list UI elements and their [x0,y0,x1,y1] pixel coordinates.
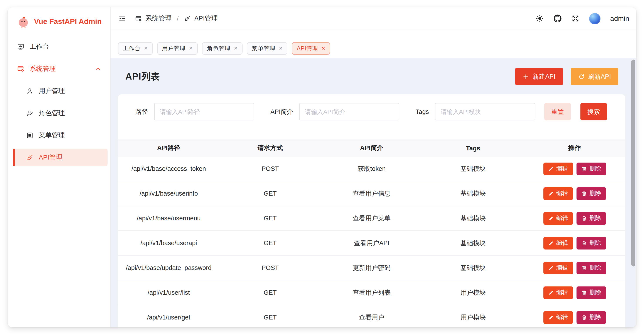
page-header-row: API列表 新建API 刷新API [110,58,636,94]
column-header-path: API路径 [118,144,220,152]
edit-button[interactable]: 编辑 [543,286,573,299]
delete-button[interactable]: 删除 [576,261,606,274]
system-window-gear-icon [17,65,24,72]
sidebar-item-menus[interactable]: 菜单管理 [13,127,108,144]
edit-button[interactable]: 编辑 [543,311,573,324]
tags-input[interactable] [435,103,535,120]
search-button[interactable]: 搜索 [580,103,607,120]
pencil-icon [548,240,554,246]
column-header-summary: API简介 [321,144,422,152]
delete-button[interactable]: 删除 [576,286,606,299]
sidebar-item-label: 用户管理 [39,87,65,95]
menu-list-icon [26,132,34,139]
breadcrumb-item-api[interactable]: API管理 [194,14,218,23]
delete-label: 删除 [589,189,601,197]
delete-button[interactable]: 删除 [576,212,606,224]
api-plug-icon [184,15,191,22]
table-row: /api/v1/base/userapi GET 查看用户API 基础模块 编辑 [118,231,625,256]
sidebar-collapse-button[interactable] [118,14,126,23]
avatar[interactable] [589,13,601,24]
api-plug-icon [26,154,34,161]
column-header-method: 请求方式 [220,144,321,152]
sidebar-menu: 工作台 系统管理 用户管理 角色管理 菜单管理 [8,38,110,171]
tags-cell: 基础模块 [422,264,524,272]
fullscreen-button[interactable] [572,14,580,23]
filter-bar: 路径 API简介 Tags 重置 搜索 [118,94,625,120]
tab-label: 菜单管理 [252,44,275,52]
delete-button[interactable]: 删除 [576,162,606,175]
user-icon [26,87,34,95]
tab-label: API管理 [297,44,318,52]
monitor-icon [17,43,24,50]
chevron-up-icon [95,65,102,72]
theme-toggle-button[interactable] [536,14,544,23]
tab-close-icon[interactable]: ✕ [279,46,282,51]
sidebar-item-users[interactable]: 用户管理 [13,82,108,100]
tab-chip[interactable]: 工作台 ✕ [118,42,152,55]
edit-label: 编辑 [556,189,568,197]
tab-close-icon[interactable]: ✕ [144,46,148,51]
summary-cell: 获取token [321,165,422,173]
chicken-logo-icon [17,15,30,28]
delete-button[interactable]: 删除 [576,187,606,200]
tab-close-icon[interactable]: ✕ [189,46,193,51]
trash-icon [581,315,587,320]
summary-cell: 查看用户信息 [321,189,422,197]
tags-cell: 用户模块 [422,288,524,297]
refresh-icon [578,73,584,80]
actions-cell: 编辑 删除 [524,311,625,324]
fullscreen-expand-icon [572,14,580,23]
tab-close-icon[interactable]: ✕ [321,46,325,51]
tab-chip[interactable]: API管理 ✕ [292,42,330,55]
api-path-cell: /api/v1/base/update_password [118,264,220,271]
sidebar-item-roles[interactable]: 角色管理 [13,104,108,122]
edit-button[interactable]: 编辑 [543,162,573,175]
github-icon [554,14,562,23]
delete-button[interactable]: 删除 [576,237,606,249]
sidebar-item-label: 工作台 [30,42,49,51]
opened-tabs-bar: 工作台 ✕ 用户管理 ✕ 角色管理 ✕ 菜单管理 ✕ API管理 ✕ [110,30,636,58]
refresh-api-button[interactable]: 刷新API [571,68,618,85]
trash-icon [581,191,587,196]
edit-button[interactable]: 编辑 [543,237,573,249]
refresh-api-label: 刷新API [588,72,611,81]
tags-label: Tags [416,108,429,115]
method-cell: GET [220,314,321,321]
content-scrollbar[interactable] [631,60,635,266]
tab-chip[interactable]: 用户管理 ✕ [157,42,198,55]
edit-button[interactable]: 编辑 [543,212,573,224]
github-button[interactable] [554,14,562,23]
tab-chip[interactable]: 角色管理 ✕ [202,42,242,55]
edit-label: 编辑 [556,165,568,172]
username[interactable]: admin [610,14,629,22]
path-input[interactable] [154,103,254,120]
reset-button[interactable]: 重置 [544,103,571,120]
pencil-icon [548,215,554,221]
breadcrumb: 系统管理 / API管理 [135,14,218,23]
app-logo[interactable]: Vue FastAPI Admin [8,7,110,28]
sidebar-item-system[interactable]: 系统管理 [13,60,108,77]
sidebar-item-api[interactable]: API管理 [13,149,108,166]
breadcrumb-item-system[interactable]: 系统管理 [146,14,172,23]
method-cell: GET [220,215,321,222]
summary-input[interactable] [299,103,400,120]
tab-chip[interactable]: 菜单管理 ✕ [247,42,288,55]
sun-icon [536,14,544,23]
trash-icon [581,215,587,221]
delete-button[interactable]: 删除 [576,311,606,324]
sidebar-item-label: 菜单管理 [39,131,65,139]
trash-icon [581,290,587,295]
pencil-icon [548,315,554,320]
edit-button[interactable]: 编辑 [543,187,573,200]
app-title: Vue FastAPI Admin [34,17,102,26]
top-header-bar: 系统管理 / API管理 admin [110,7,636,30]
actions-cell: 编辑 删除 [524,237,625,249]
tab-close-icon[interactable]: ✕ [234,46,238,51]
plus-icon [523,73,529,80]
sidebar-item-label: 角色管理 [39,109,65,117]
system-window-gear-icon [135,15,142,22]
edit-button[interactable]: 编辑 [543,261,573,274]
sidebar-item-workbench[interactable]: 工作台 [13,38,108,55]
create-api-button[interactable]: 新建API [515,68,563,85]
method-cell: GET [220,190,321,197]
